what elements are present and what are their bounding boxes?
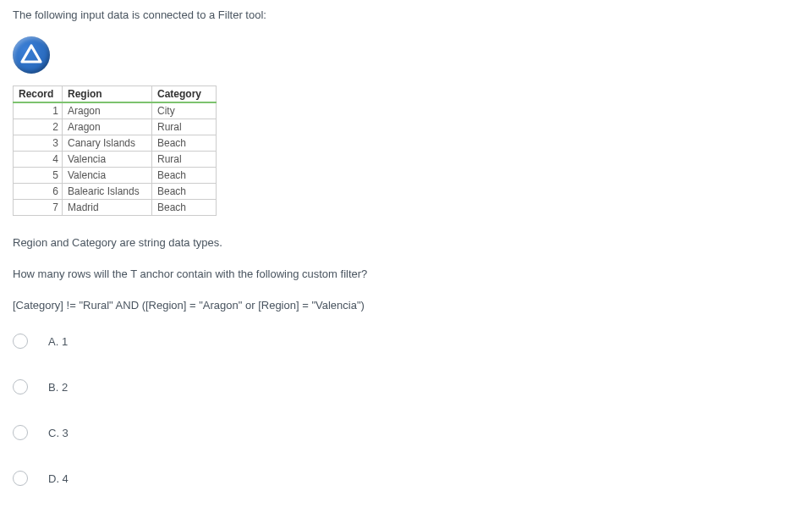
cell-record: 4 xyxy=(14,152,63,168)
table-row: 2 Aragon Rural xyxy=(14,119,217,135)
cell-region: Balearic Islands xyxy=(63,184,152,200)
cell-region: Aragon xyxy=(63,119,152,135)
cell-region: Valencia xyxy=(63,168,152,184)
input-data-table: Record Region Category 1 Aragon City 2 A… xyxy=(13,85,217,216)
question-text: How many rows will the T anchor contain … xyxy=(13,268,799,280)
cell-record: 6 xyxy=(14,184,63,200)
cell-category: Rural xyxy=(152,119,217,135)
cell-record: 1 xyxy=(14,102,63,119)
filter-tool-icon xyxy=(13,36,50,74)
cell-record: 2 xyxy=(14,119,63,135)
col-header-region: Region xyxy=(63,86,152,103)
table-row: 5 Valencia Beach xyxy=(14,168,217,184)
cell-record: 7 xyxy=(14,200,63,216)
svg-marker-0 xyxy=(22,46,41,62)
cell-record: 5 xyxy=(14,168,63,184)
intro-text: The following input data is connected to… xyxy=(13,8,799,21)
option-d[interactable]: D. 4 xyxy=(13,471,799,486)
option-label: A. 1 xyxy=(48,335,68,348)
cell-category: Beach xyxy=(152,135,217,152)
option-label: B. 2 xyxy=(48,381,68,394)
cell-category: Beach xyxy=(152,168,217,184)
option-label: C. 3 xyxy=(48,427,69,439)
cell-record: 3 xyxy=(14,135,63,152)
cell-category: City xyxy=(152,102,217,119)
cell-region: Valencia xyxy=(63,152,152,168)
option-c[interactable]: C. 3 xyxy=(13,425,799,440)
col-header-category: Category xyxy=(152,86,217,103)
option-b[interactable]: B. 2 xyxy=(13,379,799,394)
datatype-note: Region and Category are string data type… xyxy=(13,236,799,249)
cell-category: Beach xyxy=(152,184,217,200)
table-row: 1 Aragon City xyxy=(14,102,217,119)
cell-region: Aragon xyxy=(63,102,152,119)
cell-region: Madrid xyxy=(63,200,152,216)
cell-category: Beach xyxy=(152,200,217,216)
radio-icon[interactable] xyxy=(13,334,28,349)
table-row: 7 Madrid Beach xyxy=(14,200,217,216)
option-label: D. 4 xyxy=(48,472,69,485)
radio-icon[interactable] xyxy=(13,379,28,394)
table-header-row: Record Region Category xyxy=(14,86,217,103)
answer-options: A. 1 B. 2 C. 3 D. 4 xyxy=(13,334,799,486)
filter-expression: [Category] != "Rural" AND ([Region] = "A… xyxy=(13,299,799,312)
option-a[interactable]: A. 1 xyxy=(13,334,799,349)
col-header-record: Record xyxy=(14,86,63,103)
cell-category: Rural xyxy=(152,152,217,168)
table-row: 3 Canary Islands Beach xyxy=(14,135,217,152)
cell-region: Canary Islands xyxy=(63,135,152,152)
table-row: 6 Balearic Islands Beach xyxy=(14,184,217,200)
radio-icon[interactable] xyxy=(13,471,28,486)
radio-icon[interactable] xyxy=(13,425,28,440)
table-row: 4 Valencia Rural xyxy=(14,152,217,168)
